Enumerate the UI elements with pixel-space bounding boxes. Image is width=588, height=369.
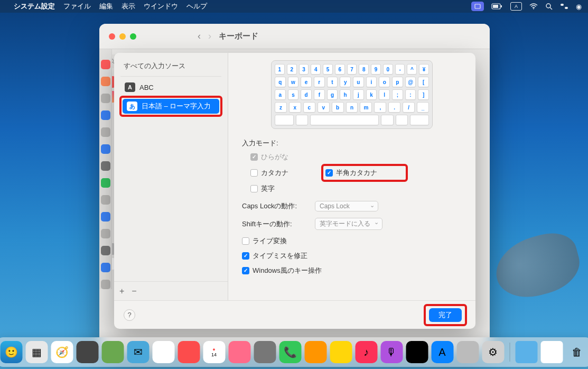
input-source-japanese-romaji[interactable]: あ 日本語 – ローマ字入力 bbox=[123, 99, 219, 114]
windows-keys-checkbox[interactable]: Windows風のキー操作 bbox=[242, 266, 462, 275]
done-button[interactable]: 完了 bbox=[429, 308, 462, 322]
dock-app[interactable] bbox=[76, 341, 98, 363]
key: 4 bbox=[311, 64, 321, 75]
key: : bbox=[405, 89, 416, 100]
key: i bbox=[366, 77, 377, 87]
menu-view[interactable]: 表示 bbox=[122, 2, 135, 11]
key: 2 bbox=[287, 64, 297, 75]
dock-folder[interactable] bbox=[515, 341, 537, 363]
key: 6 bbox=[335, 64, 345, 75]
menu-help[interactable]: ヘルプ bbox=[186, 2, 207, 11]
key: b bbox=[332, 102, 344, 113]
input-source-abc[interactable]: A ABC bbox=[120, 80, 221, 95]
screen-recording-icon[interactable] bbox=[471, 2, 484, 11]
menu-edit[interactable]: 編集 bbox=[99, 2, 113, 11]
mode-hankaku-katakana[interactable]: 半角カタカナ bbox=[325, 168, 402, 178]
key: , bbox=[374, 102, 386, 113]
input-source-settings: 1234567890-^¥qwertyuiop@[asdfghjkl;:]zxc… bbox=[228, 53, 475, 300]
key: ; bbox=[392, 89, 403, 100]
key: 0 bbox=[383, 64, 393, 75]
menu-file[interactable]: ファイル bbox=[63, 2, 91, 11]
key: k bbox=[366, 89, 377, 100]
svg-rect-7 bbox=[561, 4, 564, 6]
svg-rect-3 bbox=[493, 5, 498, 8]
dock-app[interactable] bbox=[406, 341, 428, 363]
dock-app[interactable] bbox=[101, 341, 124, 363]
key: o bbox=[379, 77, 390, 87]
remove-source-button[interactable]: − bbox=[132, 287, 136, 296]
key: 5 bbox=[323, 64, 333, 75]
wifi-icon[interactable] bbox=[529, 3, 538, 10]
traffic-lights[interactable] bbox=[109, 33, 136, 40]
dock-app[interactable] bbox=[304, 341, 326, 363]
key: - bbox=[395, 64, 405, 75]
menu-window[interactable]: ウインドウ bbox=[144, 2, 178, 11]
control-center-icon[interactable] bbox=[560, 3, 568, 10]
fix-typo-checkbox[interactable]: タイプミスを修正 bbox=[242, 251, 462, 261]
dock-app-safari[interactable]: 🧭 bbox=[51, 341, 73, 363]
app-menu[interactable]: システム設定 bbox=[14, 2, 55, 11]
key: 3 bbox=[299, 64, 309, 75]
mode-hiragana: ひらがな bbox=[250, 152, 314, 162]
key: m bbox=[360, 102, 372, 113]
wallpaper-decoration bbox=[489, 227, 585, 305]
input-sources-sheet: すべての入力ソース A ABC あ 日本語 – ローマ字入力 + − 12345… bbox=[114, 53, 475, 329]
key: _ bbox=[417, 102, 429, 113]
mode-eiji[interactable]: 英字 bbox=[250, 184, 314, 193]
dock-folder[interactable] bbox=[540, 341, 563, 363]
key: s bbox=[288, 89, 299, 100]
dock-app-calendar[interactable]: ●14 bbox=[203, 341, 225, 363]
svg-rect-8 bbox=[565, 7, 568, 9]
capslock-select[interactable]: Caps Lock bbox=[315, 201, 378, 211]
dock-app[interactable] bbox=[254, 341, 276, 363]
key: 1 bbox=[275, 64, 285, 75]
dock-trash[interactable]: 🗑 bbox=[566, 341, 588, 363]
key: z bbox=[275, 102, 287, 113]
dock-app-mail[interactable]: ✉ bbox=[127, 341, 149, 363]
svg-rect-0 bbox=[475, 4, 480, 8]
dock-app[interactable] bbox=[330, 341, 352, 363]
source-badge: あ bbox=[127, 102, 137, 111]
dock-app-settings[interactable]: ⚙ bbox=[482, 341, 504, 363]
svg-line-6 bbox=[550, 7, 552, 10]
dock-app[interactable]: 📞 bbox=[279, 341, 301, 363]
spotlight-icon[interactable] bbox=[545, 3, 553, 10]
key: c bbox=[303, 102, 315, 113]
dock-app[interactable] bbox=[178, 341, 200, 363]
key: w bbox=[288, 77, 299, 87]
back-button[interactable]: ‹ bbox=[198, 31, 201, 42]
dock[interactable]: 🙂 ▦ 🧭 ✉ ●14 📞 ♪ 🎙 A ⚙ 🗑 bbox=[0, 337, 588, 367]
battery-icon[interactable] bbox=[491, 3, 503, 10]
key: g bbox=[327, 89, 338, 100]
key: / bbox=[403, 102, 415, 113]
dock-app-finder[interactable]: 🙂 bbox=[0, 341, 22, 363]
svg-point-4 bbox=[533, 8, 534, 10]
shiftkey-label: Shiftキーの動作: bbox=[242, 219, 310, 229]
input-source-icon[interactable]: A bbox=[510, 2, 522, 11]
dock-app[interactable] bbox=[456, 341, 479, 363]
key: 8 bbox=[359, 64, 369, 75]
forward-button[interactable]: › bbox=[208, 31, 211, 42]
capslock-label: Caps Lockの動作: bbox=[242, 201, 310, 211]
mode-katakana[interactable]: カタカナ bbox=[250, 165, 314, 181]
key: x bbox=[289, 102, 301, 113]
dock-app-appstore[interactable]: A bbox=[431, 341, 453, 363]
dock-app-music[interactable]: ♪ bbox=[355, 341, 377, 363]
key: v bbox=[318, 102, 330, 113]
add-source-button[interactable]: + bbox=[119, 287, 124, 296]
dock-app[interactable] bbox=[228, 341, 250, 363]
siri-icon[interactable]: ◉ bbox=[576, 3, 582, 11]
key: ¥ bbox=[419, 64, 429, 75]
key: p bbox=[392, 77, 403, 87]
key: ] bbox=[418, 89, 429, 100]
key: u bbox=[353, 77, 364, 87]
dock-app[interactable] bbox=[152, 341, 174, 363]
shiftkey-select[interactable]: 英字モードに入る bbox=[315, 218, 382, 230]
source-label: ABC bbox=[139, 84, 154, 91]
window-title: キーボード bbox=[219, 31, 258, 41]
dock-app[interactable]: 🎙 bbox=[380, 341, 403, 363]
help-button[interactable]: ? bbox=[124, 309, 135, 321]
svg-rect-2 bbox=[501, 5, 502, 7]
dock-app-launchpad[interactable]: ▦ bbox=[25, 341, 48, 363]
live-conversion-checkbox[interactable]: ライブ変換 bbox=[242, 236, 462, 246]
